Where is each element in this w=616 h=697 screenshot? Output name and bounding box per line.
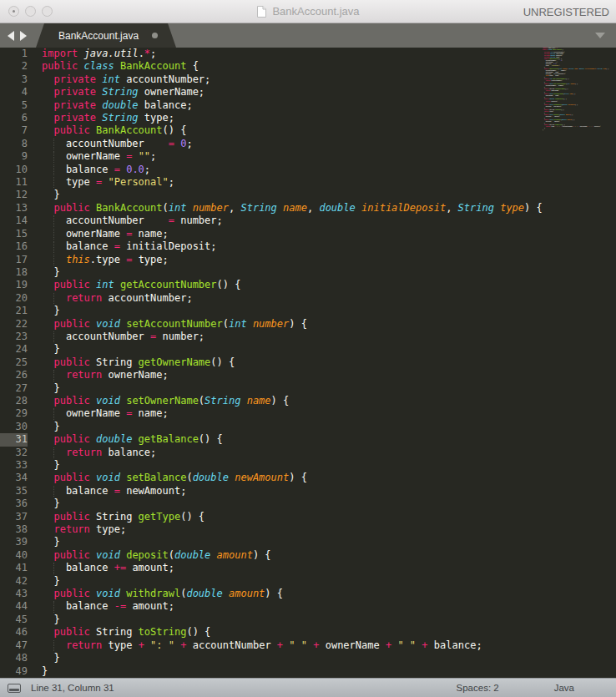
code-line[interactable]: balance = initialDeposit; (42, 240, 616, 253)
code-line[interactable]: private String ownerName; (42, 86, 616, 98)
code-line[interactable]: } (42, 343, 616, 356)
code-line[interactable]: } (42, 305, 616, 317)
line-number[interactable]: 28 (0, 395, 28, 407)
code-line[interactable]: balance -= amount; (42, 600, 616, 613)
minimize-button[interactable] (25, 6, 36, 17)
code-line[interactable]: public void withdrawl(double amount) { (42, 588, 616, 600)
code-line[interactable]: return type; (42, 523, 616, 536)
line-number[interactable]: 25 (0, 356, 28, 369)
line-number[interactable]: 19 (0, 279, 28, 291)
line-number[interactable]: 13 (0, 202, 28, 215)
line-number[interactable]: 17 (0, 254, 28, 266)
line-number[interactable]: 18 (0, 266, 28, 279)
code-line[interactable]: } (42, 614, 616, 626)
code-line[interactable]: } (42, 652, 616, 664)
code-line[interactable]: accountNumber = 0; (42, 138, 616, 150)
line-number[interactable]: 6 (0, 112, 28, 124)
line-number[interactable]: 36 (0, 497, 28, 510)
code-line[interactable]: public String getOwnerName() { (42, 356, 616, 369)
panel-toggle-icon[interactable] (8, 684, 21, 693)
zoom-button[interactable] (42, 6, 53, 17)
code-line[interactable]: public void setBalance(double newAmount)… (42, 472, 616, 484)
forward-arrow-icon[interactable] (20, 31, 27, 41)
line-number[interactable]: 30 (0, 421, 28, 433)
line-number[interactable]: 23 (0, 331, 28, 343)
line-number[interactable]: 47 (0, 639, 28, 652)
line-number[interactable]: 32 (0, 447, 28, 459)
line-number[interactable]: 31 (0, 433, 28, 446)
line-number[interactable]: 48 (0, 652, 28, 664)
code-line[interactable]: } (42, 536, 616, 548)
code-line[interactable]: } (42, 665, 616, 678)
line-number[interactable]: 20 (0, 292, 28, 305)
code-line[interactable]: return ownerName; (42, 369, 616, 381)
line-number[interactable]: 33 (0, 459, 28, 472)
close-button[interactable] (8, 6, 19, 17)
code-line[interactable]: } (42, 421, 616, 433)
line-number[interactable]: 41 (0, 562, 28, 574)
code-line[interactable]: ownerName = ""; (42, 150, 616, 163)
code-line[interactable]: balance = newAmount; (42, 485, 616, 497)
line-number[interactable]: 44 (0, 600, 28, 613)
code-line[interactable]: balance = 0.0; (42, 164, 616, 176)
line-number[interactable]: 21 (0, 305, 28, 317)
code-line[interactable]: public BankAccount() { (42, 124, 616, 137)
line-number[interactable]: 1 (0, 48, 28, 60)
code-line[interactable]: public void deposit(double amount) { (42, 549, 616, 562)
cursor-position[interactable]: Line 31, Column 31 (31, 683, 114, 693)
code-line[interactable]: } (42, 575, 616, 588)
code-line[interactable]: } (42, 266, 616, 279)
line-number[interactable]: 37 (0, 511, 28, 523)
code-line[interactable]: public class BankAccount { (42, 60, 616, 73)
code-line[interactable]: accountNumber = number; (42, 215, 616, 227)
line-number[interactable]: 8 (0, 138, 28, 150)
line-number[interactable]: 29 (0, 407, 28, 420)
code-view[interactable]: import java.util.*;public class BankAcco… (35, 48, 616, 678)
line-number[interactable]: 43 (0, 588, 28, 600)
code-line[interactable]: public void setOwnerName(String name) { (42, 395, 616, 407)
code-line[interactable]: public String toString() { (42, 626, 616, 639)
back-arrow-icon[interactable] (8, 31, 14, 41)
line-number[interactable]: 15 (0, 228, 28, 240)
code-line[interactable]: return balance; (42, 447, 616, 459)
code-line[interactable]: ownerName = name; (42, 407, 616, 420)
minimap[interactable]: import java.util.*;public class BankAcco… (543, 48, 616, 678)
line-number[interactable]: 3 (0, 73, 28, 86)
indentation-setting[interactable]: Spaces: 2 (457, 683, 499, 693)
line-number[interactable]: 26 (0, 369, 28, 381)
line-number[interactable]: 46 (0, 626, 28, 639)
code-line[interactable]: return type + ": " + accountNumber + " "… (42, 639, 616, 652)
line-number[interactable]: 11 (0, 176, 28, 189)
tab-bankaccount-java[interactable]: BankAccount.java (36, 23, 176, 48)
code-line[interactable]: public double getBalance() { (42, 433, 616, 446)
code-line[interactable]: } (42, 189, 616, 201)
code-line[interactable]: public void setAccountNumber(int number)… (42, 318, 616, 331)
line-number[interactable]: 16 (0, 240, 28, 253)
code-line[interactable]: } (42, 497, 616, 510)
code-line[interactable]: accountNumber = number; (42, 331, 616, 343)
line-number[interactable]: 34 (0, 472, 28, 484)
code-line[interactable]: return accountNumber; (42, 292, 616, 305)
code-line[interactable]: import java.util.*; (42, 48, 616, 60)
line-number[interactable]: 39 (0, 536, 28, 548)
line-number[interactable]: 4 (0, 86, 28, 98)
code-line[interactable]: type = "Personal"; (42, 176, 616, 189)
line-number[interactable]: 49 (0, 665, 28, 678)
tab-list-dropdown-icon[interactable] (595, 33, 605, 38)
code-line[interactable]: balance += amount; (42, 562, 616, 574)
code-line[interactable]: private int accountNumber; (42, 73, 616, 86)
line-number[interactable]: 42 (0, 575, 28, 588)
line-number[interactable]: 5 (0, 99, 28, 112)
code-line[interactable]: } (42, 459, 616, 472)
line-number[interactable]: 45 (0, 614, 28, 626)
code-line[interactable]: public BankAccount(int number, String na… (42, 202, 616, 215)
code-line[interactable]: this.type = type; (42, 254, 616, 266)
line-number[interactable]: 40 (0, 549, 28, 562)
line-number[interactable]: 38 (0, 523, 28, 536)
line-number[interactable]: 12 (0, 189, 28, 201)
code-line[interactable]: public int getAccountNumber() { (42, 279, 616, 291)
line-number[interactable]: 9 (0, 150, 28, 163)
code-line[interactable]: private double balance; (42, 99, 616, 112)
line-number[interactable]: 22 (0, 318, 28, 331)
line-number[interactable]: 27 (0, 382, 28, 395)
